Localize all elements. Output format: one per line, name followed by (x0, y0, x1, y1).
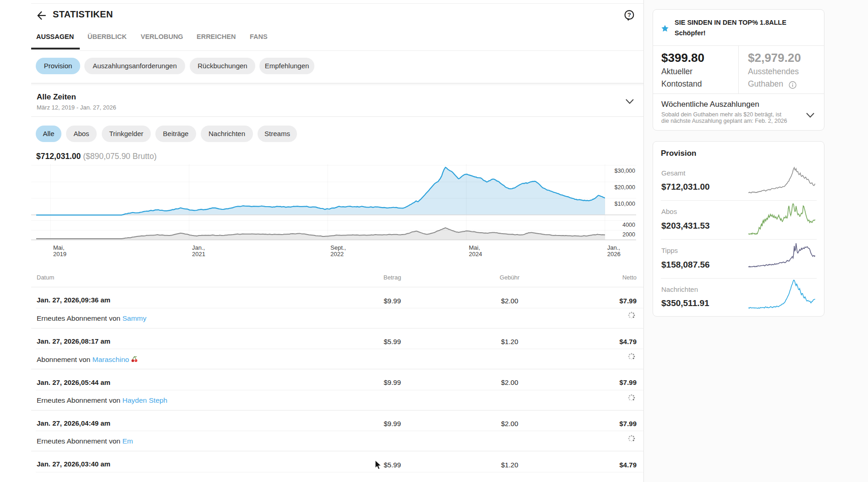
svg-text:$10,000: $10,000 (615, 201, 635, 207)
svg-text:?: ? (627, 11, 631, 18)
svg-text:2000: 2000 (622, 231, 635, 238)
svg-text:4000: 4000 (622, 222, 635, 228)
svg-text:$20,000: $20,000 (615, 184, 635, 191)
svg-text:$30,000: $30,000 (615, 168, 635, 174)
